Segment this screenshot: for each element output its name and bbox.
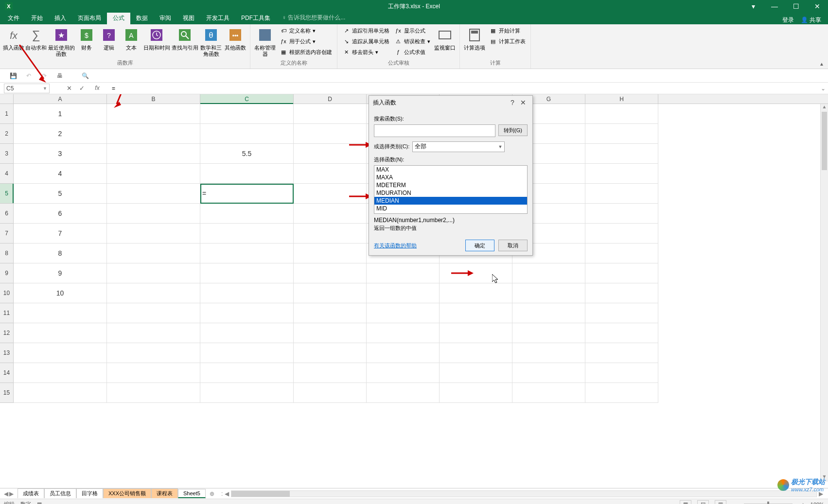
- cell[interactable]: [294, 184, 367, 204]
- cell[interactable]: [440, 323, 512, 343]
- cell[interactable]: [14, 323, 107, 343]
- row-header[interactable]: 8: [0, 243, 14, 263]
- cell[interactable]: 1: [14, 104, 107, 124]
- cell[interactable]: [200, 383, 294, 403]
- row-header[interactable]: 7: [0, 224, 14, 243]
- share-button[interactable]: 👤 共享: [801, 16, 821, 24]
- col-header-a[interactable]: A: [14, 94, 107, 104]
- cell[interactable]: 2: [14, 124, 107, 144]
- more-functions-button[interactable]: ••• 其他函数: [224, 25, 247, 58]
- evaluate-formula-button[interactable]: ƒ公式求值: [392, 47, 432, 57]
- insert-function-button[interactable]: fx 插入函数: [3, 25, 24, 58]
- function-list-item[interactable]: MEDIAN: [374, 197, 527, 205]
- row-header[interactable]: 4: [0, 164, 14, 184]
- cell[interactable]: [107, 363, 200, 383]
- tab-page-layout[interactable]: 页面布局: [72, 12, 107, 24]
- autosum-button[interactable]: ∑ 自动求和: [25, 25, 47, 58]
- cell[interactable]: [294, 243, 367, 263]
- cell[interactable]: [367, 343, 440, 363]
- cell[interactable]: [367, 363, 440, 383]
- text-button[interactable]: A 文本: [121, 25, 142, 58]
- tab-data[interactable]: 数据: [130, 12, 154, 24]
- cell[interactable]: [440, 383, 512, 403]
- cell[interactable]: [367, 303, 440, 323]
- cell[interactable]: [107, 164, 200, 184]
- col-header-b[interactable]: B: [107, 94, 200, 104]
- cell[interactable]: [585, 303, 658, 323]
- trace-precedents-button[interactable]: ↗追踪引用单元格: [340, 25, 391, 36]
- tab-insert[interactable]: 插入: [49, 12, 72, 24]
- cell[interactable]: [14, 343, 107, 363]
- row-header[interactable]: 14: [0, 363, 14, 383]
- cell[interactable]: 4: [14, 164, 107, 184]
- cell[interactable]: [200, 243, 294, 263]
- cell[interactable]: 5.5: [200, 144, 294, 164]
- math-button[interactable]: θ 数学和三角函数: [199, 25, 223, 58]
- function-list-item[interactable]: MAXA: [374, 174, 527, 181]
- cell[interactable]: [585, 343, 658, 363]
- select-all-corner[interactable]: [0, 94, 14, 104]
- tab-formulas[interactable]: 公式: [107, 12, 130, 24]
- sheet-tab[interactable]: 员工信息: [44, 488, 76, 498]
- define-name-button[interactable]: 🏷定义名称 ▾: [278, 25, 334, 36]
- cell[interactable]: [585, 263, 658, 283]
- dialog-close-button[interactable]: ✕: [518, 99, 529, 106]
- cancel-button[interactable]: 取消: [498, 240, 528, 251]
- tab-home[interactable]: 开始: [25, 12, 49, 24]
- tell-me-search[interactable]: ♀ 告诉我您想要做什么...: [282, 14, 345, 24]
- cancel-formula-button[interactable]: ✕: [64, 85, 74, 92]
- cell[interactable]: [107, 303, 200, 323]
- cell[interactable]: 5: [14, 184, 107, 204]
- search-function-input[interactable]: [374, 124, 495, 137]
- cell[interactable]: [585, 283, 658, 303]
- sheet-tab[interactable]: 田字格: [76, 488, 103, 498]
- col-header-c[interactable]: C: [200, 94, 294, 104]
- cell[interactable]: [200, 164, 294, 184]
- ribbon-options-icon[interactable]: ▾: [742, 0, 764, 13]
- cell[interactable]: [107, 204, 200, 224]
- function-help-link[interactable]: 有关该函数的帮助: [374, 242, 417, 249]
- cell[interactable]: 8: [14, 243, 107, 263]
- trace-dependents-button[interactable]: ↘追踪从属单元格: [340, 36, 391, 47]
- cell[interactable]: [294, 323, 367, 343]
- create-from-selection-button[interactable]: ▦根据所选内容创建: [278, 47, 334, 57]
- print-preview-button[interactable]: 🔍: [81, 71, 89, 80]
- fx-button[interactable]: fx: [92, 85, 102, 92]
- cell[interactable]: [585, 323, 658, 343]
- cell[interactable]: [512, 303, 585, 323]
- tab-view[interactable]: 视图: [177, 12, 200, 24]
- cell[interactable]: [440, 263, 512, 283]
- dialog-titlebar[interactable]: 插入函数 ? ✕: [369, 96, 532, 109]
- save-button[interactable]: 💾: [9, 71, 18, 80]
- maximize-button[interactable]: ☐: [785, 0, 807, 13]
- cell[interactable]: [440, 303, 512, 323]
- row-header[interactable]: 13: [0, 343, 14, 363]
- cell[interactable]: [200, 224, 294, 243]
- cell[interactable]: [585, 243, 658, 263]
- function-list[interactable]: MAXMAXAMDETERMMDURATIONMEDIANMIDMIDB: [374, 165, 528, 214]
- row-header[interactable]: 6: [0, 204, 14, 224]
- cell[interactable]: [440, 363, 512, 383]
- sheet-nav-next[interactable]: ▶: [9, 490, 14, 497]
- show-formulas-button[interactable]: ƒx显示公式: [392, 25, 432, 36]
- cell[interactable]: [367, 383, 440, 403]
- cell[interactable]: [200, 124, 294, 144]
- macro-record-icon[interactable]: ▦: [37, 501, 42, 504]
- quick-print-button[interactable]: 🖶: [55, 71, 64, 80]
- cell[interactable]: 10: [14, 283, 107, 303]
- cell[interactable]: [14, 303, 107, 323]
- cell[interactable]: [107, 124, 200, 144]
- row-header[interactable]: 10: [0, 283, 14, 303]
- cell[interactable]: [200, 343, 294, 363]
- function-list-item[interactable]: MDURATION: [374, 189, 527, 197]
- cell[interactable]: 3: [14, 144, 107, 164]
- cell[interactable]: [512, 343, 585, 363]
- cell[interactable]: [200, 204, 294, 224]
- cell[interactable]: [107, 224, 200, 243]
- redo-button[interactable]: ↷: [40, 71, 49, 80]
- cell[interactable]: [512, 363, 585, 383]
- cell[interactable]: [585, 144, 658, 164]
- row-header[interactable]: 2: [0, 124, 14, 144]
- vertical-scrollbar[interactable]: ▲ ▼: [820, 104, 828, 482]
- sheet-nav-prev[interactable]: ◀: [4, 490, 8, 497]
